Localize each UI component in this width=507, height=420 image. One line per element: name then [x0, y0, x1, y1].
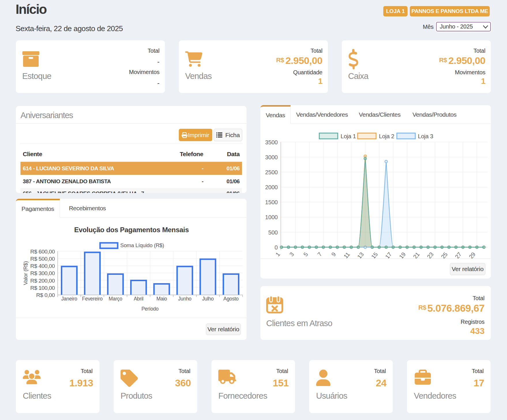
svg-text:13: 13: [356, 251, 365, 258]
svg-text:0: 0: [275, 244, 278, 251]
svg-text:11: 11: [342, 251, 351, 258]
svg-text:R$ 100,00: R$ 100,00: [30, 285, 55, 291]
svg-text:2500: 2500: [265, 169, 278, 175]
svg-text:Loja 2: Loja 2: [379, 133, 394, 139]
svg-text:R$ 600,00: R$ 600,00: [30, 249, 55, 255]
svg-text:2000: 2000: [265, 184, 278, 190]
svg-text:Período: Período: [141, 306, 158, 312]
svg-text:Agosto: Agosto: [224, 296, 239, 302]
svg-text:R$ 0,00: R$ 0,00: [36, 292, 55, 298]
svg-text:1: 1: [274, 251, 281, 258]
svg-text:Julho: Julho: [202, 296, 214, 302]
svg-text:Abril: Abril: [134, 296, 144, 302]
svg-text:Loja 3: Loja 3: [418, 133, 433, 139]
svg-text:9: 9: [330, 251, 337, 258]
svg-text:Evolução dos Pagamentos Mensai: Evolução dos Pagamentos Mensais: [74, 226, 189, 234]
svg-text:29: 29: [468, 251, 477, 258]
svg-text:R$ 400,00: R$ 400,00: [30, 263, 55, 269]
svg-text:Valor (R$): Valor (R$): [22, 261, 29, 285]
svg-text:1000: 1000: [265, 214, 278, 220]
svg-text:23: 23: [426, 251, 435, 258]
svg-text:7: 7: [316, 251, 323, 258]
svg-text:1500: 1500: [265, 199, 278, 205]
svg-text:Março: Março: [109, 296, 122, 302]
svg-text:3500: 3500: [265, 139, 278, 145]
svg-text:25: 25: [440, 251, 449, 258]
svg-text:Soma Líquido (R$): Soma Líquido (R$): [120, 242, 164, 248]
svg-text:500: 500: [268, 229, 278, 236]
svg-text:21: 21: [412, 251, 421, 258]
svg-text:3: 3: [288, 251, 295, 258]
svg-text:Maio: Maio: [156, 296, 167, 302]
svg-text:27: 27: [454, 251, 463, 258]
svg-text:15: 15: [370, 251, 379, 258]
svg-text:R$ 200,00: R$ 200,00: [30, 278, 55, 284]
svg-text:19: 19: [398, 251, 407, 258]
svg-text:17: 17: [384, 251, 393, 258]
svg-text:3000: 3000: [265, 154, 278, 160]
svg-text:Fevereiro: Fevereiro: [82, 296, 103, 302]
svg-text:Loja 1: Loja 1: [341, 133, 356, 139]
svg-text:R$ 500,00: R$ 500,00: [30, 256, 55, 262]
svg-text:Junho: Junho: [178, 296, 191, 302]
svg-text:Janeiro: Janeiro: [61, 296, 77, 302]
svg-text:R$ 300,00: R$ 300,00: [30, 270, 55, 276]
svg-text:5: 5: [302, 251, 309, 258]
